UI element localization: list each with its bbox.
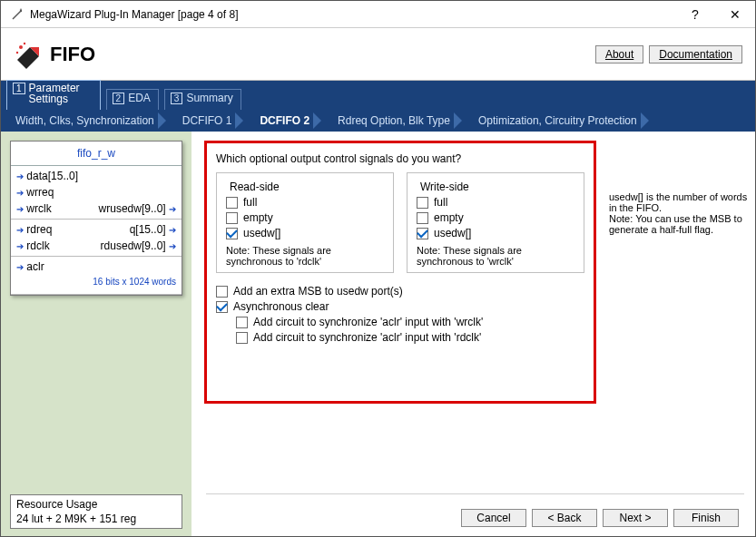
diagram-title: fifo_r_w	[11, 142, 182, 166]
right-pane: Which optional output control signals do…	[191, 132, 755, 537]
window-title: MegaWizard Plug-In Manager [page 4 of 8]	[30, 8, 675, 21]
write-usedw-checkbox[interactable]: usedw[]	[417, 227, 574, 239]
diagram-footer: 16 bits x 1024 words	[11, 275, 182, 292]
usedw-hint: usedw[] is the number of words in the FI…	[609, 191, 754, 235]
tab-summary[interactable]: 3Summary	[164, 89, 241, 110]
read-usedw-checkbox[interactable]: usedw[]	[226, 227, 384, 239]
options-panel: Which optional output control signals do…	[204, 141, 596, 404]
block-diagram: fifo_r_w ➔ data[15..0] ➔ wrreq ➔ wrclkwr…	[10, 141, 182, 296]
tab-eda[interactable]: 2EDA	[106, 89, 159, 110]
close-button[interactable]: ✕	[715, 1, 755, 27]
read-side-group: Read-side full empty usedw[] Note: These…	[216, 172, 394, 273]
svg-line-0	[13, 11, 21, 19]
subtab-rdreq[interactable]: Rdreq Option, Blk Type	[330, 112, 471, 129]
main-tabs: 1Parameter Settings 2EDA 3Summary	[1, 81, 755, 110]
read-legend: Read-side	[226, 181, 283, 193]
resource-usage: Resource Usage 24 lut + 2 M9K + 151 reg	[10, 494, 182, 529]
documentation-button[interactable]: Documentation	[649, 45, 742, 63]
left-pane: fifo_r_w ➔ data[15..0] ➔ wrreq ➔ wrclkwr…	[1, 132, 191, 537]
wizard-buttons: Cancel < Back Next > Finish	[461, 509, 739, 527]
tab-parameter-settings[interactable]: 1Parameter Settings	[6, 80, 101, 110]
write-empty-checkbox[interactable]: empty	[417, 211, 574, 224]
about-button[interactable]: About	[595, 45, 643, 63]
read-empty-checkbox[interactable]: empty	[226, 211, 384, 224]
subtab-width-clks[interactable]: Width, Clks, Synchronization	[8, 112, 175, 129]
sync-aclr-wrclk-checkbox[interactable]: Add circuit to synchronize 'aclr' input …	[236, 316, 584, 328]
finish-button[interactable]: Finish	[673, 509, 739, 527]
read-full-checkbox[interactable]: full	[226, 196, 384, 209]
svg-point-6	[24, 42, 25, 44]
write-side-group: Write-side full empty usedw[] Note: Thes…	[407, 172, 584, 273]
write-legend: Write-side	[417, 181, 473, 193]
cancel-button[interactable]: Cancel	[461, 509, 526, 527]
panel-question: Which optional output control signals do…	[216, 152, 584, 165]
back-button[interactable]: < Back	[532, 509, 597, 527]
title-bar: MegaWizard Plug-In Manager [page 4 of 8]…	[1, 1, 755, 28]
svg-point-5	[16, 51, 18, 53]
subtab-dcfifo1[interactable]: DCFIFO 1	[175, 112, 253, 129]
chip-icon	[14, 40, 43, 69]
write-full-checkbox[interactable]: full	[417, 196, 574, 209]
write-note: Note: These signals are synchronous to '…	[417, 245, 574, 267]
main-area: fifo_r_w ➔ data[15..0] ➔ wrreq ➔ wrclkwr…	[1, 132, 755, 537]
app-icon	[10, 7, 25, 22]
sync-aclr-rdclk-checkbox[interactable]: Add circuit to synchronize 'aclr' input …	[236, 331, 584, 344]
module-name: FIFO	[50, 43, 95, 66]
help-button[interactable]: ?	[675, 1, 715, 27]
async-clear-checkbox[interactable]: Asynchronous clear	[216, 300, 584, 313]
footer-separator	[206, 493, 744, 494]
extra-msb-checkbox[interactable]: Add an extra MSB to usedw port(s)	[216, 285, 584, 298]
next-button[interactable]: Next >	[603, 509, 668, 527]
svg-point-4	[19, 45, 23, 49]
read-note: Note: These signals are synchronous to '…	[226, 245, 384, 267]
subtab-dcfifo2[interactable]: DCFIFO 2	[252, 112, 330, 129]
sub-tabs: Width, Clks, Synchronization DCFIFO 1 DC…	[1, 110, 755, 132]
header: FIFO About Documentation	[1, 28, 755, 81]
subtab-optimization[interactable]: Optimization, Circuitry Protection	[471, 112, 658, 129]
